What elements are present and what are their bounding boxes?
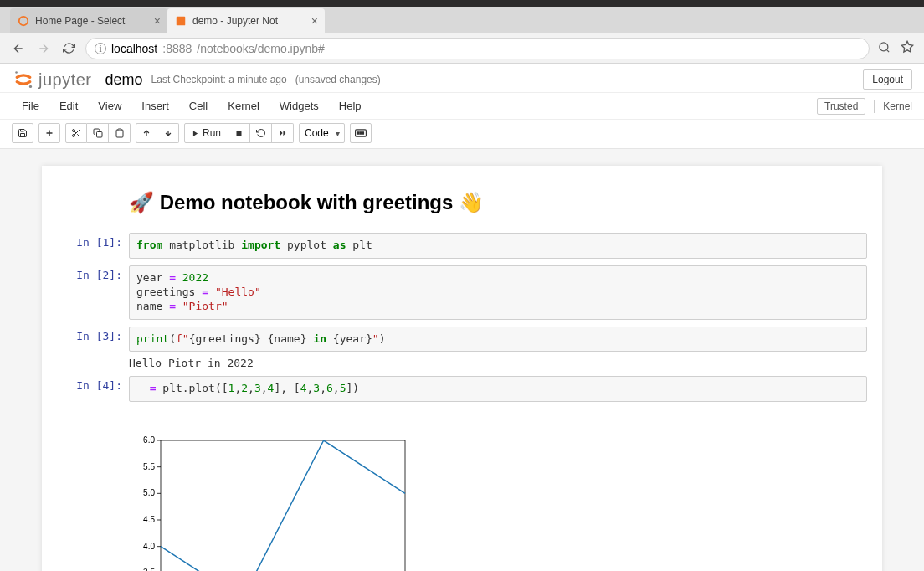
jupyter-logo[interactable]: jupyter (12, 69, 92, 90)
svg-point-5 (73, 130, 75, 132)
interrupt-button[interactable] (228, 123, 250, 143)
svg-rect-1 (177, 17, 186, 26)
code-output: Hello Piotr in 2022 (129, 352, 867, 369)
code-cell-3[interactable]: In [3]: print(f"{greetings} {name} in {y… (57, 327, 867, 370)
notebook-header: jupyter demo Last Checkpoint: a minute a… (0, 64, 924, 92)
back-button[interactable] (10, 40, 27, 57)
close-icon[interactable]: × (154, 15, 161, 27)
svg-rect-7 (96, 132, 102, 138)
trusted-indicator[interactable]: Trusted (817, 98, 865, 115)
kernel-name[interactable]: Kernel (883, 100, 912, 112)
svg-text:5.0: 5.0 (143, 489, 155, 498)
prompt-in: In [1]: (57, 233, 129, 259)
restart-run-all-button[interactable] (272, 123, 294, 143)
line-chart: 3.03.54.04.55.05.56.0 (129, 432, 413, 571)
jupyter-favicon-icon (17, 14, 30, 28)
svg-point-2 (880, 42, 888, 50)
plot-output: 3.03.54.04.55.05.56.0 (129, 402, 867, 571)
code-input[interactable]: from matplotlib import pyplot as plt (129, 233, 867, 259)
browser-tab-strip: Home Page - Select × demo - Jupyter Not … (0, 7, 924, 33)
run-button[interactable]: Run (184, 123, 228, 143)
command-palette-button[interactable] (350, 123, 372, 143)
save-button[interactable] (12, 123, 33, 143)
code-input[interactable]: year = 2022 greetings = "Hello" name = "… (129, 265, 867, 320)
svg-text:4.5: 4.5 (143, 515, 155, 524)
svg-point-6 (73, 135, 75, 137)
notebook-favicon-icon (174, 14, 187, 28)
checkpoint-text: Last Checkpoint: a minute ago (151, 74, 287, 85)
url-port: :8888 (162, 42, 192, 55)
forward-button[interactable] (35, 40, 52, 57)
code-cell-2[interactable]: In [2]: year = 2022 greetings = "Hello" … (57, 265, 867, 320)
cut-button[interactable] (65, 123, 87, 143)
svg-point-4 (29, 85, 32, 88)
url-path: /notebooks/demo.ipynb# (197, 42, 325, 55)
svg-point-0 (19, 17, 28, 26)
menu-bar: File Edit View Insert Cell Kernel Widget… (0, 92, 924, 120)
svg-text:6.0: 6.0 (143, 435, 155, 445)
reload-button[interactable] (60, 40, 77, 57)
move-down-button[interactable] (157, 123, 179, 143)
menu-help[interactable]: Help (329, 96, 372, 116)
browser-tab-demo[interactable]: demo - Jupyter Not × (167, 8, 325, 33)
menu-kernel[interactable]: Kernel (218, 96, 270, 116)
prompt-in: In [3]: (57, 327, 129, 370)
code-cell-4[interactable]: In [4]: _ = plt.plot([1,2,3,4], [4,3,6,5… (57, 376, 867, 571)
address-bar: i localhost:8888/notebooks/demo.ipynb# (0, 33, 924, 64)
run-label: Run (203, 127, 221, 139)
code-input[interactable]: print(f"{greetings} {name} in {year}") (129, 327, 867, 352)
svg-text:5.5: 5.5 (143, 462, 155, 471)
url-input[interactable]: i localhost:8888/notebooks/demo.ipynb# (85, 38, 870, 59)
toolbar: Run Code (0, 120, 924, 149)
restart-button[interactable] (250, 123, 272, 143)
notebook-name[interactable]: demo (105, 71, 143, 89)
logout-button[interactable]: Logout (863, 69, 912, 90)
tab-title: demo - Jupyter Not (192, 15, 306, 27)
code-input[interactable]: _ = plt.plot([1,2,3,4], [4,3,6,5]) (129, 376, 867, 402)
svg-rect-8 (118, 129, 121, 131)
svg-rect-14 (161, 440, 405, 571)
copy-button[interactable] (87, 123, 109, 143)
prompt-in: In [2]: (57, 265, 129, 320)
svg-text:4.0: 4.0 (143, 542, 155, 551)
menu-file[interactable]: File (12, 96, 49, 116)
logo-text: jupyter (38, 70, 92, 90)
notebook-sheet: 🚀 Demo notebook with greetings 👋 In [1]:… (42, 166, 882, 571)
svg-rect-9 (237, 131, 242, 136)
tab-title: Home Page - Select (35, 15, 149, 27)
menu-edit[interactable]: Edit (49, 96, 88, 116)
prompt-in: In [4]: (57, 376, 129, 571)
markdown-cell[interactable]: 🚀 Demo notebook with greetings 👋 (57, 186, 867, 226)
menu-cell[interactable]: Cell (179, 96, 218, 116)
close-icon[interactable]: × (311, 15, 318, 27)
browser-tab-home[interactable]: Home Page - Select × (10, 8, 167, 33)
bookmark-icon[interactable] (901, 40, 914, 56)
markdown-heading: 🚀 Demo notebook with greetings 👋 (129, 191, 867, 214)
cell-type-select[interactable]: Code (299, 123, 345, 143)
menu-view[interactable]: View (88, 96, 131, 116)
svg-rect-11 (357, 132, 359, 134)
zoom-icon[interactable] (878, 41, 891, 56)
menu-widgets[interactable]: Widgets (270, 96, 329, 116)
svg-point-3 (15, 71, 18, 74)
code-cell-1[interactable]: In [1]: from matplotlib import pyplot as… (57, 233, 867, 259)
svg-rect-12 (360, 132, 362, 134)
paste-button[interactable] (109, 123, 131, 143)
info-icon[interactable]: i (95, 43, 106, 54)
unsaved-text: (unsaved changes) (295, 74, 381, 85)
add-cell-button[interactable] (38, 123, 60, 143)
svg-rect-13 (362, 132, 364, 134)
menu-insert[interactable]: Insert (131, 96, 179, 116)
move-up-button[interactable] (136, 123, 157, 143)
url-host: localhost (111, 42, 157, 55)
